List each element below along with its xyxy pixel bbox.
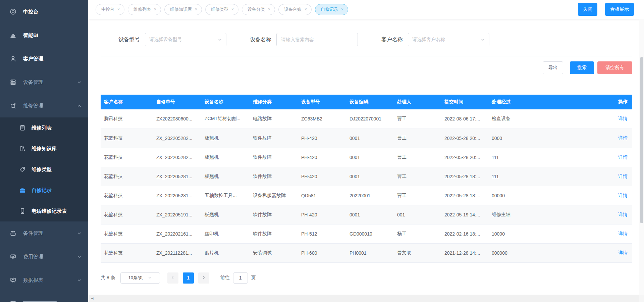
- tab-label: 维修类型: [211, 6, 228, 12]
- sidebar-item-智能BI[interactable]: 智能BI: [0, 23, 88, 47]
- table-cell: ZX_202205191...: [153, 205, 201, 224]
- table-cell: 花篮科技: [101, 186, 153, 205]
- close-icon[interactable]: ×: [268, 7, 270, 11]
- table-cell: 0000: [488, 129, 598, 148]
- repair-list-icon: [19, 124, 26, 131]
- sidebar-item-客户管理[interactable]: 客户管理: [0, 47, 88, 70]
- goto-page-input[interactable]: [233, 272, 248, 284]
- table-row: 花篮科技ZX_202205191...板翘机软件故障PH-42000010012…: [101, 205, 632, 224]
- table-cell: 2022-05-28 18:...: [441, 167, 488, 186]
- sidebar-item-label: 备件管理: [23, 230, 43, 237]
- sidebar-subitem-自修记录[interactable]: 自修记录: [0, 180, 88, 201]
- table-cell: 安装调试: [250, 243, 298, 262]
- sidebar-item-备件管理[interactable]: 备件管理: [0, 221, 88, 245]
- chevron-down-icon: [77, 255, 82, 259]
- detail-link[interactable]: 详情: [618, 193, 628, 198]
- tab-label: 中控台: [101, 6, 114, 12]
- table-cell: 花篮科技: [101, 129, 153, 148]
- console-icon: [9, 8, 17, 15]
- vertical-scrollbar-thumb[interactable]: [640, 57, 643, 223]
- table-cell: 001: [394, 205, 441, 224]
- close-button[interactable]: 关闭: [578, 3, 597, 16]
- table-cell-actions: 详情: [598, 205, 632, 224]
- table-cell-actions: 详情: [598, 224, 632, 243]
- sidebar-subitem-维修知识库[interactable]: 维修知识库: [0, 138, 88, 159]
- customer-name-select[interactable]: 请选择客户名称: [408, 33, 489, 46]
- tab-设备台账[interactable]: 设备台账×: [278, 4, 312, 15]
- chevron-down-icon: [481, 38, 485, 42]
- topbar: 中控台×维修列表×维修知识库×维修类型×设备分类×设备台账×自修记录× 关闭 看…: [88, 0, 644, 19]
- fee-board-icon: [9, 253, 17, 260]
- sidebar-subitem-电话维修记录表[interactable]: 电话维修记录表: [0, 201, 88, 221]
- close-icon[interactable]: ×: [231, 7, 234, 11]
- detail-link[interactable]: 详情: [618, 173, 628, 179]
- horizontal-scrollbar[interactable]: ◀: [88, 295, 639, 302]
- table-cell-actions: 详情: [598, 243, 632, 262]
- table-row: 花篮科技ZX_202205282...板翘机软件故障PH-4200001曹工20…: [101, 129, 632, 148]
- tab-label: 自修记录: [321, 6, 338, 12]
- table-cell: PH-420: [298, 148, 346, 167]
- tab-维修列表[interactable]: 维修列表×: [128, 4, 161, 15]
- prev-page-button[interactable]: [167, 272, 178, 284]
- detail-link[interactable]: 详情: [618, 231, 628, 236]
- sidebar-item-费用管理[interactable]: 费用管理: [0, 245, 88, 268]
- vertical-scrollbar[interactable]: [639, 19, 644, 295]
- table-cell: 五轴数控工具...: [201, 186, 250, 205]
- column-header-客户名称: 客户名称: [101, 95, 153, 109]
- tab-维修知识库[interactable]: 维修知识库×: [164, 4, 202, 15]
- table-cell: 曹工: [394, 129, 441, 148]
- device-name-input[interactable]: [276, 33, 358, 46]
- detail-link[interactable]: 详情: [618, 135, 628, 141]
- close-icon[interactable]: ×: [117, 7, 120, 11]
- close-icon[interactable]: ×: [154, 7, 156, 11]
- search-button[interactable]: 搜索: [570, 61, 594, 74]
- sidebar-item-维修管理[interactable]: 维修管理: [0, 94, 88, 117]
- close-icon[interactable]: ×: [195, 7, 197, 11]
- sidebar-item-stub[interactable]: [0, 292, 88, 302]
- tab-自修记录[interactable]: 自修记录×: [315, 4, 348, 15]
- clear-all-button[interactable]: 清空所有: [597, 61, 632, 74]
- sidebar-item-中控台[interactable]: 中控台: [0, 0, 88, 23]
- next-page-button[interactable]: [198, 272, 209, 284]
- table-cell: ZX_202205282...: [153, 148, 201, 167]
- device-model-select[interactable]: 请选择设备型号: [145, 33, 226, 46]
- sidebar-item-设备管理[interactable]: 设备管理: [0, 70, 88, 94]
- detail-link[interactable]: 详情: [618, 154, 628, 160]
- column-header-设备编码: 设备编码: [346, 95, 394, 109]
- detail-link[interactable]: 详情: [618, 116, 628, 121]
- close-icon[interactable]: ×: [341, 7, 343, 11]
- sidebar-subitem-label: 维修列表: [32, 125, 52, 131]
- table-cell: PH-512: [298, 224, 346, 243]
- close-icon[interactable]: ×: [305, 7, 307, 11]
- export-button[interactable]: 导出: [543, 61, 563, 74]
- detail-link[interactable]: 详情: [618, 212, 628, 217]
- scrollbar-corner: [639, 295, 644, 302]
- sidebar-item-数据报表[interactable]: 数据报表: [0, 268, 88, 292]
- table-cell: 2022-05-28 20:...: [441, 129, 488, 148]
- content: 设备型号 请选择设备型号 设备名称 客户名称 请选择客户名称: [88, 33, 644, 284]
- submenu-维修管理: 维修列表维修知识库维修类型自修记录电话维修记录表: [0, 117, 88, 221]
- sidebar-subitem-维修类型[interactable]: 维修类型: [0, 159, 88, 180]
- table-cell: DJ2022070001: [346, 109, 394, 129]
- board-display-button[interactable]: 看板展示: [605, 3, 634, 16]
- tag-icon: [19, 166, 26, 173]
- sidebar-subitem-label: 维修知识库: [32, 146, 57, 152]
- table-cell: 2022-05-28 20:...: [441, 148, 488, 167]
- detail-link[interactable]: 详情: [618, 250, 628, 255]
- table-cell: PH-420: [298, 129, 346, 148]
- table-cell: 10000: [488, 224, 598, 243]
- table-cell: 杨工: [394, 224, 441, 243]
- column-header-自修单号: 自修单号: [153, 95, 201, 109]
- table-cell: PH-420: [298, 205, 346, 224]
- table-cell-actions: 详情: [598, 186, 632, 205]
- chevron-right-icon: [202, 275, 206, 281]
- tab-中控台[interactable]: 中控台×: [96, 4, 124, 15]
- table-cell: 曹文取: [394, 243, 441, 262]
- tab-设备分类[interactable]: 设备分类×: [242, 4, 275, 15]
- scroll-left-arrow-icon[interactable]: ◀: [88, 297, 96, 300]
- device-model-placeholder: 请选择设备型号: [149, 37, 182, 43]
- tab-维修类型[interactable]: 维修类型×: [205, 4, 238, 15]
- page-number-button[interactable]: 1: [183, 272, 194, 284]
- page-size-select[interactable]: 10条/页: [120, 272, 160, 284]
- sidebar-subitem-维修列表[interactable]: 维修列表: [0, 117, 88, 138]
